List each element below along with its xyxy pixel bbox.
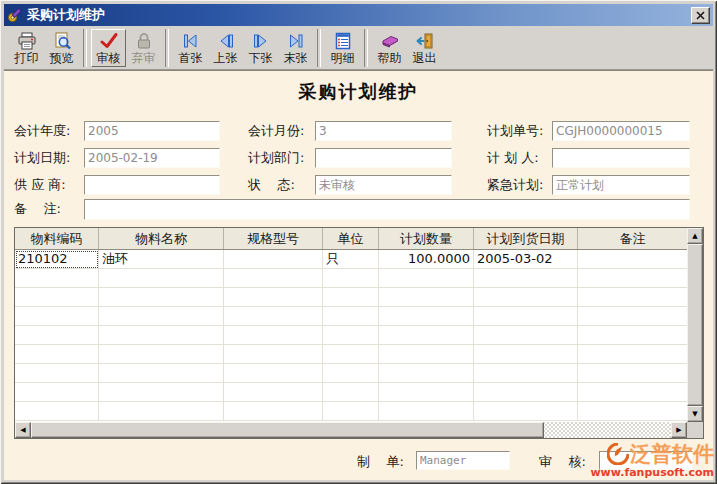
table-row-empty[interactable]: [15, 345, 687, 364]
help-label: 帮助: [378, 51, 402, 66]
close-button[interactable]: [691, 7, 710, 24]
toolbar-separator: [83, 29, 87, 67]
preview-button[interactable]: 预览: [44, 29, 79, 67]
prev-record-icon: [216, 31, 236, 51]
cell-remark[interactable]: [578, 250, 687, 269]
fiscal-year-field[interactable]: [84, 121, 220, 141]
preview-label: 预览: [50, 51, 74, 66]
col-header-plan-qty[interactable]: 计划数量: [379, 228, 474, 249]
table-row[interactable]: 210102 油环 只 100.0000 2005-03-02: [15, 250, 687, 269]
scroll-left-icon[interactable]: ◀: [15, 422, 31, 438]
remark-label: 备 注:: [14, 199, 61, 219]
vendor-watermark: 泛普软件 www.fanpusoft.com: [589, 440, 714, 479]
detail-icon: [333, 31, 353, 51]
fiscal-year-label: 会计年度:: [14, 121, 70, 141]
urgency-field[interactable]: [552, 175, 690, 195]
scroll-up-icon[interactable]: ▲: [687, 228, 703, 244]
cell-item-name[interactable]: 油环: [99, 250, 224, 269]
printer-icon: [17, 31, 37, 51]
col-header-item-name[interactable]: 物料名称: [99, 228, 224, 249]
table-viewport: 物料编码 物料名称 规格型号 单位 计划数量 计划到货日期 备注 210102 …: [15, 228, 687, 422]
col-header-arrival-date[interactable]: 计划到货日期: [474, 228, 578, 249]
audit-label: 审核: [97, 51, 121, 66]
horizontal-scrollbar[interactable]: ◀ ▶: [15, 422, 687, 438]
first-record-button[interactable]: 首张: [173, 29, 208, 67]
status-field[interactable]: [315, 175, 452, 195]
toolbar-separator: [165, 29, 169, 67]
exit-button[interactable]: 退出: [407, 29, 442, 67]
close-icon: [696, 11, 705, 20]
table-row-empty[interactable]: [15, 383, 687, 402]
next-record-button[interactable]: 下张: [243, 29, 278, 67]
vendor-logo-icon: [607, 443, 629, 465]
unaudit-button: 弃审: [126, 29, 161, 67]
exit-label: 退出: [413, 51, 437, 66]
exit-door-icon: [415, 31, 435, 51]
plan-dept-field[interactable]: [315, 148, 452, 168]
last-record-icon: [286, 31, 306, 51]
print-button[interactable]: 打印: [9, 29, 44, 67]
horizontal-scroll-thumb[interactable]: [31, 422, 544, 438]
remark-field[interactable]: [84, 199, 690, 220]
cell-plan-qty[interactable]: 100.0000: [379, 250, 474, 269]
col-header-remark[interactable]: 备注: [578, 228, 687, 249]
help-book-icon: [380, 31, 400, 51]
supplier-label: 供 应 商:: [14, 175, 66, 195]
audit-check-icon: [99, 31, 119, 51]
preview-icon: [52, 31, 72, 51]
col-header-unit[interactable]: 单位: [323, 228, 379, 249]
lock-icon: [134, 31, 154, 51]
cell-item-code[interactable]: 210102: [15, 250, 99, 269]
table-row-empty[interactable]: [15, 326, 687, 345]
table-row-empty[interactable]: [15, 288, 687, 307]
fiscal-month-field[interactable]: [315, 121, 452, 141]
col-header-spec[interactable]: 规格型号: [224, 228, 323, 249]
title-bar[interactable]: 采购计划维护: [4, 4, 713, 26]
table-header: 物料编码 物料名称 规格型号 单位 计划数量 计划到货日期 备注: [15, 228, 687, 250]
first-record-label: 首张: [179, 51, 203, 66]
col-header-item-code[interactable]: 物料编码: [15, 228, 99, 249]
maker-label: 制 单:: [357, 452, 404, 472]
scroll-right-icon[interactable]: ▶: [671, 422, 687, 438]
toolbar: 打印 预览 审核 弃审: [4, 26, 713, 70]
plan-date-label: 计划日期:: [14, 148, 70, 168]
scrollbar-corner: [687, 422, 703, 438]
urgency-label: 紧急计划:: [487, 175, 543, 195]
planner-field[interactable]: [552, 148, 690, 168]
detail-button[interactable]: 明细: [325, 29, 360, 67]
fiscal-month-label: 会计月份:: [248, 121, 304, 141]
scroll-down-icon[interactable]: ▼: [687, 406, 703, 422]
audit-button[interactable]: 审核: [91, 29, 126, 67]
table-row-empty[interactable]: [15, 364, 687, 383]
cell-arrival-date[interactable]: 2005-03-02: [474, 250, 578, 269]
maker-field[interactable]: [416, 451, 510, 470]
table-row-empty[interactable]: [15, 269, 687, 288]
table-row-empty[interactable]: [15, 402, 687, 421]
plan-date-field[interactable]: [84, 148, 220, 168]
first-record-icon: [181, 31, 201, 51]
last-record-label: 末张: [284, 51, 308, 66]
toolbar-separator: [364, 29, 368, 67]
supplier-field[interactable]: [84, 175, 220, 195]
print-label: 打印: [15, 51, 39, 66]
unaudit-label: 弃审: [132, 51, 156, 66]
plan-no-field[interactable]: [552, 121, 690, 141]
last-record-button[interactable]: 末张: [278, 29, 313, 67]
window-title: 采购计划维护: [27, 6, 105, 24]
plan-dept-label: 计划部门:: [248, 148, 304, 168]
vendor-brand: 泛普软件: [630, 440, 714, 468]
cell-unit[interactable]: 只: [323, 250, 379, 269]
app-window: 采购计划维护 打印: [0, 0, 717, 484]
vertical-scroll-thumb[interactable]: [687, 244, 703, 406]
toolbar-separator: [317, 29, 321, 67]
vertical-scrollbar[interactable]: ▲ ▼: [687, 228, 703, 422]
table-empty-rows: [15, 269, 687, 421]
next-record-icon: [251, 31, 271, 51]
app-icon: [7, 7, 23, 23]
cell-spec[interactable]: [224, 250, 323, 269]
prev-record-label: 上张: [214, 51, 238, 66]
table-row-empty[interactable]: [15, 307, 687, 326]
prev-record-button[interactable]: 上张: [208, 29, 243, 67]
help-button[interactable]: 帮助: [372, 29, 407, 67]
auditor-label: 审 核:: [539, 452, 586, 472]
